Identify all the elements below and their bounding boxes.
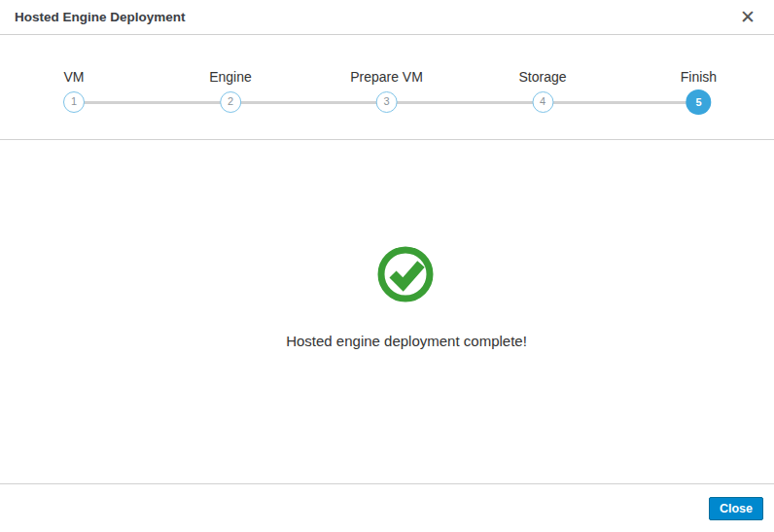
step-number-badge: 3 xyxy=(376,91,398,113)
step-indicator: 1 xyxy=(63,89,85,115)
step-number-badge: 5 xyxy=(686,89,711,115)
step-number-badge: 1 xyxy=(63,91,85,113)
wizard-finish-panel: Hosted engine deployment complete! xyxy=(0,140,774,483)
step-label: Engine xyxy=(209,68,252,86)
step-label: Storage xyxy=(518,68,566,86)
wizard-step-vm[interactable]: VM 1 xyxy=(63,68,85,115)
step-number-badge: 4 xyxy=(532,91,553,113)
wizard-step-engine[interactable]: Engine 2 xyxy=(209,68,252,115)
step-label: Prepare VM xyxy=(350,68,423,86)
wizard-step-prepare-vm[interactable]: Prepare VM 3 xyxy=(350,68,423,115)
step-indicator: 2 xyxy=(209,89,252,115)
modal-footer: Close xyxy=(0,483,774,532)
success-check-circle-icon xyxy=(376,245,437,305)
hosted-engine-deployment-modal: Hosted Engine Deployment ✕ VM 1 Engine 2… xyxy=(0,0,774,532)
modal-header: Hosted Engine Deployment ✕ xyxy=(0,0,774,35)
step-indicator: 3 xyxy=(350,89,423,115)
step-label: Finish xyxy=(681,68,717,86)
deployment-complete-message: Hosted engine deployment complete! xyxy=(286,333,527,349)
wizard-stepper: VM 1 Engine 2 Prepare VM 3 Storage 4 Fin… xyxy=(0,35,774,140)
close-button[interactable]: Close xyxy=(709,497,763,520)
step-indicator: 5 xyxy=(681,89,717,115)
wizard-step-storage[interactable]: Storage 4 xyxy=(518,68,566,115)
modal-title: Hosted Engine Deployment xyxy=(15,10,736,24)
step-number-badge: 2 xyxy=(220,91,241,113)
wizard-step-finish[interactable]: Finish 5 xyxy=(681,68,717,115)
step-indicator: 4 xyxy=(518,89,566,115)
close-x-icon[interactable]: ✕ xyxy=(736,8,759,26)
step-label: VM xyxy=(63,68,85,86)
